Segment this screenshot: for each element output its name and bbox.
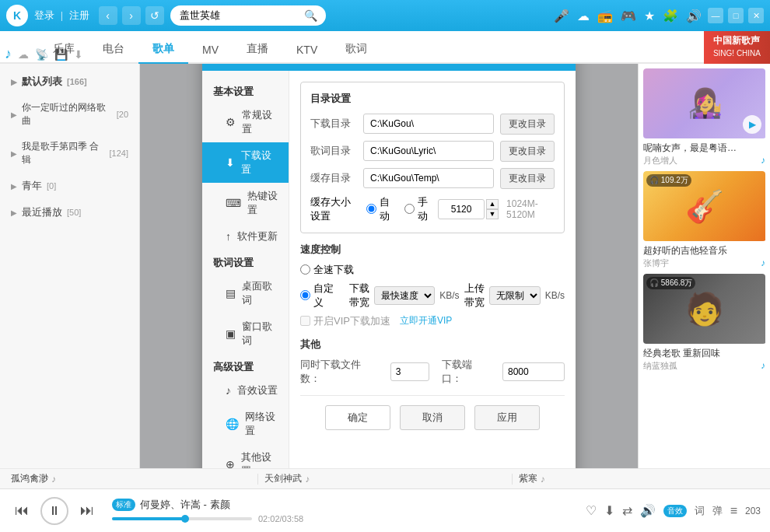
game-icon[interactable]: 🎮 xyxy=(621,9,636,23)
vip-link[interactable]: 立即开通VIP xyxy=(400,314,452,327)
settings-dialog: 选项设置 ✕ 基本设置 ⚙ 常规设置 ⬇ xyxy=(202,64,576,468)
cache-dir-input[interactable] xyxy=(363,168,494,188)
cache-dir-row: 缓存目录 更改目录 xyxy=(310,168,555,189)
login-link[interactable]: 登录 xyxy=(34,9,54,21)
bounce-button[interactable]: 弹 xyxy=(712,504,723,518)
volume-icon[interactable]: 🔊 xyxy=(640,503,656,518)
menu-window-lyrics[interactable]: ▣ 窗口歌词 xyxy=(202,313,289,354)
star-icon[interactable]: ★ xyxy=(644,9,655,23)
confirm-button[interactable]: 确定 xyxy=(325,405,390,430)
download-speed-select[interactable]: 最快速度 xyxy=(374,286,435,305)
audio-badge[interactable]: 音效 xyxy=(663,505,687,517)
playlist-count[interactable]: 203 xyxy=(745,506,761,516)
concurrent-input[interactable] xyxy=(390,362,429,381)
lyrics-dir-input[interactable] xyxy=(363,141,494,161)
close-button[interactable]: ✕ xyxy=(748,8,764,23)
full-speed-radio-label[interactable]: 全速下载 xyxy=(300,263,354,277)
cancel-button[interactable]: 取消 xyxy=(400,405,465,430)
songbar-icon-1[interactable]: ♪ xyxy=(51,474,56,485)
dialog-overlay: 选项设置 ✕ 基本设置 ⚙ 常规设置 ⬇ xyxy=(140,64,638,468)
cache-auto-input[interactable] xyxy=(366,204,376,214)
lyrics-button[interactable]: 词 xyxy=(695,504,705,518)
forward-button[interactable]: › xyxy=(122,6,141,25)
cache-size-input[interactable] xyxy=(438,199,485,219)
apply-button[interactable]: 应用 xyxy=(474,405,540,430)
progress-bar[interactable] xyxy=(112,517,252,520)
menu-label: 窗口歌词 xyxy=(242,320,278,348)
refresh-button[interactable]: ↺ xyxy=(145,6,164,25)
card-2-image: 🎸 🎧 109.2万 xyxy=(643,171,765,241)
radio-icon[interactable]: 📻 xyxy=(597,9,613,23)
menu-hotkey[interactable]: ⌨ 热键设置 xyxy=(202,183,289,223)
download-dir-input[interactable] xyxy=(363,114,494,134)
song-progress: 02:02/03:58 xyxy=(112,514,303,523)
songbar-icon-3[interactable]: ♪ xyxy=(541,474,545,485)
back-button[interactable]: ‹ xyxy=(99,6,117,25)
tab-lyrics[interactable]: 歌词 xyxy=(331,36,381,64)
sidebar-item-youth[interactable]: ▶ 青年 [0] xyxy=(0,173,139,199)
cache-dir-button[interactable]: 更改目录 xyxy=(500,168,555,189)
custom-speed-radio[interactable] xyxy=(300,290,310,300)
menu-general[interactable]: ⚙ 常规设置 xyxy=(202,102,289,142)
share-icon[interactable]: ⇄ xyxy=(622,503,632,518)
tab-mv[interactable]: MV xyxy=(188,37,233,64)
mic-icon[interactable]: 🎤 xyxy=(554,9,569,23)
lyrics-dir-row: 歌词目录 更改目录 xyxy=(310,141,555,162)
cache-down-button[interactable]: ▼ xyxy=(486,209,499,219)
vip-checkbox[interactable] xyxy=(300,316,310,326)
cache-manual-input[interactable] xyxy=(404,204,415,214)
dir-title: 目录设置 xyxy=(310,92,555,106)
search-button[interactable]: 🔍 xyxy=(304,9,317,22)
sidebar-item-recent[interactable]: ▶ 最近播放 [50] xyxy=(0,199,139,226)
sidebar-count: [0] xyxy=(47,181,56,191)
sidebar-item-network[interactable]: ▶ 你一定听过的网络歌曲 [20 xyxy=(0,95,139,134)
menu-network[interactable]: 🌐 网络设置 xyxy=(202,404,289,444)
cache-auto-radio[interactable]: 自动 xyxy=(366,195,392,223)
register-link[interactable]: 注册 xyxy=(69,9,89,21)
cloud-icon[interactable]: ☁ xyxy=(577,9,590,23)
sidebar-item-default[interactable]: ▶ 默认列表 [166] xyxy=(0,68,139,95)
tab-live[interactable]: 直播 xyxy=(233,36,282,64)
menu-download[interactable]: ⬇ 下载设置 xyxy=(202,142,289,183)
time-display: 02:02/03:58 xyxy=(258,514,303,523)
tab-gedan[interactable]: 歌单 xyxy=(138,36,188,64)
upload-speed-select[interactable]: 无限制 xyxy=(489,286,541,305)
spectrum-icon[interactable]: ≡ xyxy=(730,504,737,518)
song-title: 何曼婷、许嵩 - 素颜 xyxy=(140,498,230,512)
menu-audio[interactable]: ♪ 音效设置 xyxy=(202,377,289,404)
heart-icon[interactable]: ♡ xyxy=(586,503,597,518)
speaker-icon[interactable]: 🔊 xyxy=(686,9,702,23)
dialog-main-content: 目录设置 下载目录 更改目录 歌词目录 更改目录 xyxy=(289,71,576,469)
player-icons: ♡ ⬇ ⇄ 🔊 音效 词 弹 ≡ 203 xyxy=(586,503,761,518)
search-input[interactable] xyxy=(170,5,326,26)
card-1-sub: 月色增人 ♪ xyxy=(643,155,765,166)
sidebar-label: 你一定听过的网络歌曲 xyxy=(22,101,112,128)
cache-up-button[interactable]: ▲ xyxy=(486,199,499,209)
tab-yuku[interactable]: 乐库 xyxy=(39,36,89,64)
minimize-button[interactable]: — xyxy=(708,8,723,23)
songbar-icon-2[interactable]: ♪ xyxy=(305,474,310,485)
download-dir-button[interactable]: 更改目录 xyxy=(500,114,555,135)
tab-ktv[interactable]: KTV xyxy=(282,37,331,64)
menu-desktop-lyrics[interactable]: ▤ 桌面歌词 xyxy=(202,273,289,313)
gear-icon: ⚙ xyxy=(226,116,236,128)
vip-checkbox-label[interactable]: 开启VIP下载加速 xyxy=(300,314,390,328)
lyrics-dir-button[interactable]: 更改目录 xyxy=(500,141,555,162)
cache-manual-radio[interactable]: 手动 xyxy=(404,195,430,223)
port-label: 下载端口： xyxy=(442,358,490,386)
menu-other[interactable]: ⊕ 其他设置 xyxy=(202,444,289,469)
tab-radio[interactable]: 电台 xyxy=(89,36,138,64)
menu-update[interactable]: ↑ 软件更新 xyxy=(202,223,289,250)
custom-speed-radio-label[interactable]: 自定义 xyxy=(300,282,337,310)
custom-speed-label: 自定义 xyxy=(313,282,337,310)
card-1-play[interactable]: ▶ xyxy=(743,115,761,134)
full-speed-radio[interactable] xyxy=(300,264,310,275)
play-button[interactable]: ⏸ xyxy=(40,497,68,525)
prev-button[interactable]: ⏮ xyxy=(9,499,34,523)
next-button[interactable]: ⏭ xyxy=(75,499,100,523)
download-icon[interactable]: ⬇ xyxy=(604,503,614,518)
sidebar-item-singer[interactable]: ▶ 我是歌手第四季 合辑 [124] xyxy=(0,134,139,173)
puzzle-icon[interactable]: 🧩 xyxy=(663,9,678,23)
port-input[interactable] xyxy=(502,362,565,381)
maximize-button[interactable]: □ xyxy=(728,8,744,23)
